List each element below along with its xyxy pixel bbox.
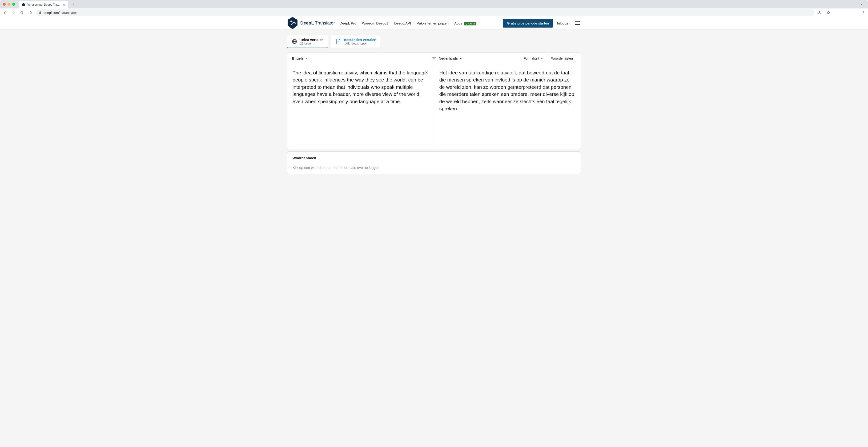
bookmark-button[interactable] xyxy=(826,10,831,16)
target-lang-side: Nederlands Formaliteit Woordenlijsten xyxy=(434,55,581,62)
login-link[interactable]: Inloggen xyxy=(557,21,570,25)
svg-point-2 xyxy=(863,11,864,12)
svg-marker-5 xyxy=(288,17,298,29)
address-bar[interactable]: deepl.com/nl/translator xyxy=(36,9,814,16)
mode-tab-text[interactable]: Tekst vertalen 29 talen xyxy=(287,35,328,48)
chevron-down-icon xyxy=(459,57,462,60)
dictionary-title: Woordenboek xyxy=(292,156,576,160)
start-trial-button[interactable]: Gratis proefperiode starten xyxy=(503,19,553,28)
chevron-down-icon xyxy=(305,57,308,60)
menu-button[interactable] xyxy=(574,21,581,26)
tab-close-icon[interactable]: ✕ xyxy=(63,3,65,7)
logo[interactable]: DeepL Translator xyxy=(287,17,335,30)
forward-button[interactable] xyxy=(10,10,17,16)
svg-marker-0 xyxy=(22,3,25,6)
document-icon xyxy=(335,39,341,44)
source-language-selector[interactable]: Engels xyxy=(292,56,308,60)
dictionary-hint: Klik op een woord om er meer informatie … xyxy=(292,166,576,170)
mode-tab-files-title: Bestanden vertalen xyxy=(344,38,376,42)
target-controls: Formaliteit Woordenlijsten xyxy=(521,55,576,62)
home-button[interactable] xyxy=(27,10,33,16)
source-lang-side: Engels xyxy=(287,56,434,60)
mode-tab-text-sub: 29 talen xyxy=(300,42,323,45)
source-text-input[interactable]: The idea of linguistic relativity, which… xyxy=(292,69,429,105)
nav-apps[interactable]: Apps GRATIS xyxy=(454,21,476,25)
minimize-window-button[interactable] xyxy=(7,3,10,6)
glossary-button[interactable]: Woordenlijsten xyxy=(548,55,576,62)
svg-point-3 xyxy=(863,12,864,13)
language-bar: Engels Nederlands xyxy=(287,53,581,64)
tab-title: Vertalen met DeepL Translate xyxy=(27,3,61,6)
tab-bar: Vertalen met DeepL Translate ✕ + xyxy=(0,0,868,8)
main-nav: DeepL Pro Waarom DeepL? DeepL API Pakket… xyxy=(340,21,476,25)
translator: Engels Nederlands xyxy=(283,53,585,149)
mode-tab-text-title: Tekst vertalen xyxy=(300,38,323,42)
logo-text: DeepL Translator xyxy=(300,21,335,26)
browser-menu-button[interactable] xyxy=(861,10,866,16)
source-pane: The idea of linguistic relativity, which… xyxy=(287,64,434,149)
new-tab-button[interactable]: + xyxy=(70,2,76,7)
share-button[interactable] xyxy=(817,10,822,16)
mode-tabs: Tekst vertalen 29 talen Bestanden vertal… xyxy=(283,29,585,48)
lock-icon xyxy=(39,11,42,14)
back-button[interactable] xyxy=(2,10,8,16)
tab-favicon-icon xyxy=(22,3,25,7)
browser-toolbar: deepl.com/nl/translator xyxy=(0,8,868,17)
header-right: Gratis proefperiode starten Inloggen xyxy=(503,19,581,28)
mode-tab-files-sub: .pdf, .docx, .pptx xyxy=(344,42,376,45)
url-text: deepl.com/nl/translator xyxy=(43,11,77,14)
dictionary-box: Woordenboek Klik op een woord om er meer… xyxy=(287,151,581,174)
translator-box: Engels Nederlands xyxy=(287,53,581,149)
clear-source-button[interactable] xyxy=(424,69,429,75)
svg-rect-1 xyxy=(39,12,41,14)
nav-why-deepl[interactable]: Waarom DeepL? xyxy=(362,21,389,25)
mode-tab-files[interactable]: Bestanden vertalen .pdf, .docx, .pptx xyxy=(331,35,381,48)
globe-icon xyxy=(291,39,297,44)
reload-button[interactable] xyxy=(19,10,25,16)
dictionary-section: Woordenboek Klik op een woord om er meer… xyxy=(283,151,585,174)
gratis-badge: GRATIS xyxy=(464,22,476,25)
site-header: DeepL Translator DeepL Pro Waarom DeepL?… xyxy=(0,17,868,29)
maximize-window-button[interactable] xyxy=(12,3,15,6)
toolbar-right xyxy=(817,10,866,16)
window-controls xyxy=(3,3,15,6)
text-panes: The idea of linguistic relativity, which… xyxy=(287,64,581,149)
nav-plans[interactable]: Pakketten en prijzen xyxy=(416,21,448,25)
swap-languages-button[interactable] xyxy=(430,55,438,62)
nav-deepl-pro[interactable]: DeepL Pro xyxy=(340,21,356,25)
browser-tab[interactable]: Vertalen met DeepL Translate ✕ xyxy=(19,1,68,8)
browser-chrome: Vertalen met DeepL Translate ✕ + deepl.c… xyxy=(0,0,868,17)
svg-point-4 xyxy=(863,13,864,14)
target-language-selector[interactable]: Nederlands xyxy=(439,56,462,60)
target-pane: Het idee van taalkundige relativiteit, d… xyxy=(434,64,581,149)
formality-button[interactable]: Formaliteit xyxy=(521,55,546,62)
nav-deepl-api[interactable]: DeepL API xyxy=(394,21,411,25)
logo-mark-icon xyxy=(287,17,298,30)
target-text-output[interactable]: Het idee van taalkundige relativiteit, d… xyxy=(439,69,576,112)
close-window-button[interactable] xyxy=(3,3,6,6)
tab-search-button[interactable] xyxy=(858,3,865,6)
page-content: DeepL Translator DeepL Pro Waarom DeepL?… xyxy=(0,17,868,447)
